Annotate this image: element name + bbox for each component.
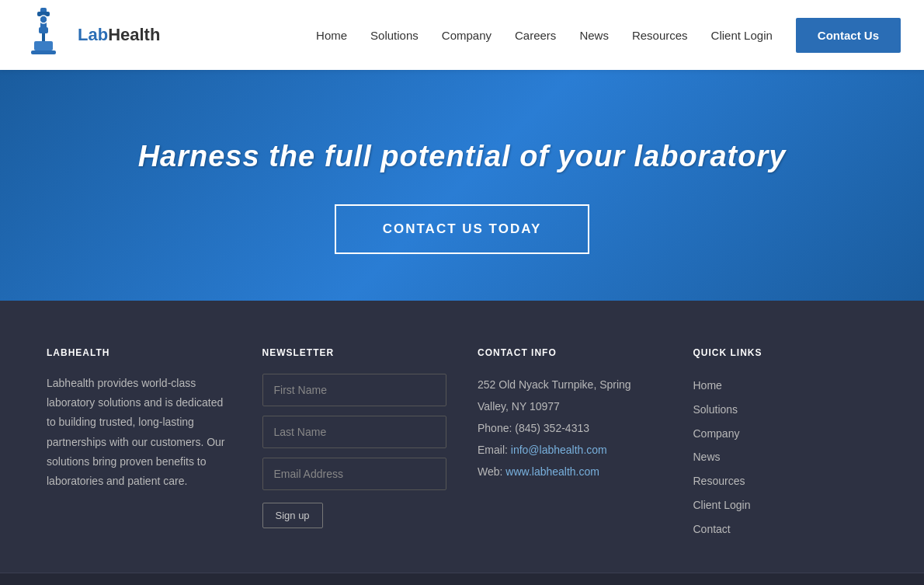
quicklink-solutions[interactable]: Solutions (693, 398, 878, 422)
logo-health-text: Health (108, 25, 160, 44)
nav-resources[interactable]: Resources (632, 29, 688, 42)
hero-section: Harness the full potential of your labor… (0, 70, 924, 301)
footer-bottom: Copyright 2021 | LabHealth | All Rights … (0, 573, 924, 585)
navbar: LabHealth Home Solutions Company Careers… (0, 0, 924, 70)
quicklink-company[interactable]: Company (693, 422, 878, 446)
footer-newsletter-title: NEWSLETTER (262, 347, 447, 358)
microscope-icon (23, 4, 70, 66)
contact-web-label: Web: (478, 465, 502, 478)
svg-rect-3 (42, 33, 45, 41)
svg-rect-4 (31, 50, 56, 54)
signup-button[interactable]: Sign up (262, 503, 323, 528)
footer-contact-title: CONTACT INFO (478, 347, 662, 358)
nav-client-login[interactable]: Client Login (711, 29, 773, 42)
quicklink-contact[interactable]: Contact (693, 517, 878, 541)
nav-careers[interactable]: Careers (515, 29, 556, 42)
footer-newsletter-section: NEWSLETTER Sign up (262, 347, 447, 541)
footer-grid: LABHEALTH Labhealth provides world-class… (47, 347, 877, 573)
quicklink-home[interactable]: Home (693, 374, 878, 398)
contact-web-link[interactable]: www.labhealth.com (505, 465, 599, 478)
contact-phone: (845) 352-4313 (515, 422, 589, 434)
footer-labhealth-body: Labhealth provides world-class laborator… (47, 374, 231, 491)
contact-email-label: Email: (478, 444, 508, 456)
footer-quicklinks-title: QUICK LINKS (693, 347, 878, 358)
footer-labhealth-section: LABHEALTH Labhealth provides world-class… (47, 347, 231, 541)
nav-home[interactable]: Home (316, 29, 347, 42)
contact-address: 252 Old Nyack Turnpike, Spring Valley, N… (478, 378, 631, 413)
svg-rect-5 (34, 41, 53, 50)
newsletter-first-name-input[interactable] (262, 374, 447, 406)
cta-button[interactable]: CONTACT US TODAY (335, 204, 590, 254)
quicklink-client-login[interactable]: Client Login (693, 493, 878, 517)
logo-lab-text: Lab (78, 25, 108, 44)
hero-title: Harness the full potential of your labor… (138, 140, 787, 173)
nav-solutions[interactable]: Solutions (370, 29, 419, 42)
quicklink-resources[interactable]: Resources (693, 469, 878, 493)
newsletter-last-name-input[interactable] (262, 416, 447, 448)
contact-email-link[interactable]: info@labhealth.com (511, 444, 607, 456)
nav-company[interactable]: Company (442, 29, 492, 42)
footer-quicklinks-section: QUICK LINKS Home Solutions Company News … (693, 347, 878, 541)
newsletter-email-input[interactable] (262, 458, 447, 490)
contact-us-nav-button[interactable]: Contact Us (796, 18, 901, 53)
nav-links: Home Solutions Company Careers News Reso… (316, 18, 901, 53)
contact-phone-label: Phone: (478, 422, 512, 434)
svg-rect-2 (39, 27, 48, 33)
footer: LABHEALTH Labhealth provides world-class… (0, 301, 924, 585)
logo[interactable]: LabHealth (23, 4, 160, 66)
nav-news[interactable]: News (579, 29, 609, 42)
quicklink-news[interactable]: News (693, 445, 878, 469)
footer-contact-section: CONTACT INFO 252 Old Nyack Turnpike, Spr… (478, 347, 662, 541)
footer-labhealth-title: LABHEALTH (47, 347, 231, 358)
